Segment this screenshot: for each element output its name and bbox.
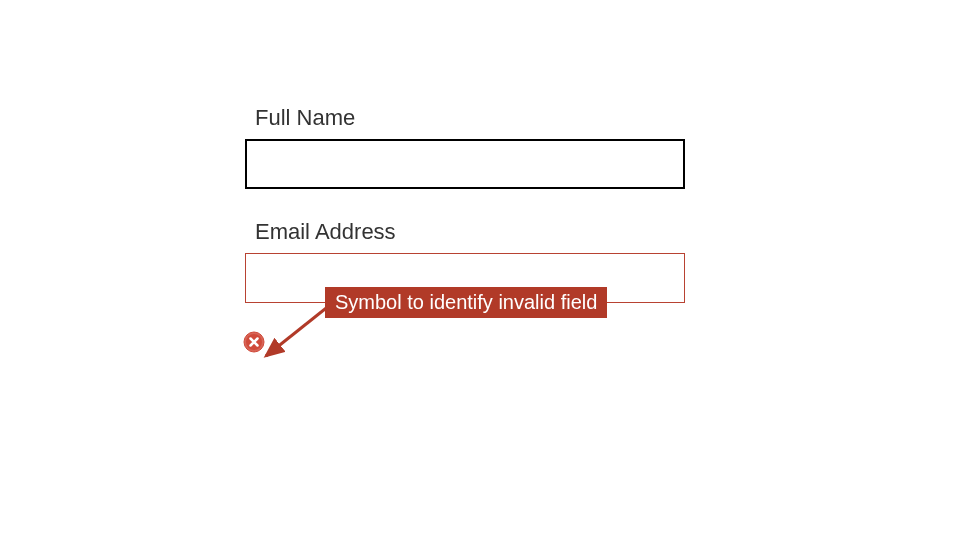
error-x-icon — [243, 331, 265, 353]
email-label: Email Address — [245, 219, 695, 245]
callout-label: Symbol to identify invalid field — [325, 287, 607, 318]
fullname-input[interactable] — [245, 139, 685, 189]
field-group-fullname: Full Name — [245, 105, 695, 189]
fullname-label: Full Name — [245, 105, 695, 131]
